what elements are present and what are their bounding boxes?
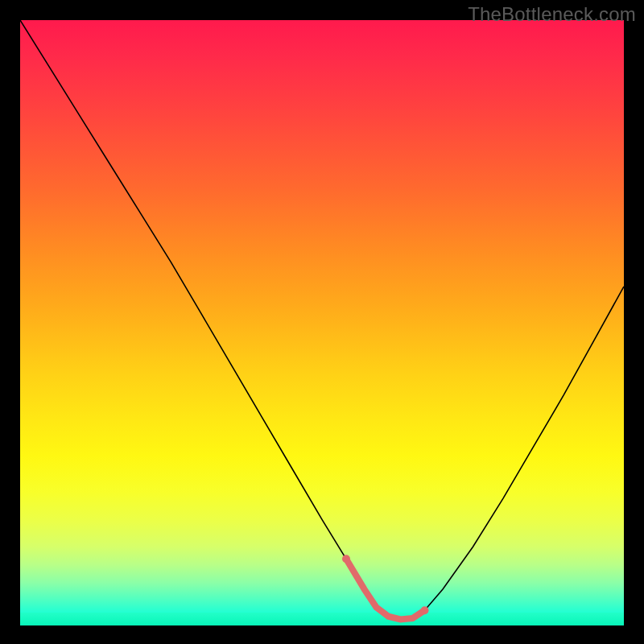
watermark-text: TheBottleneck.com — [468, 3, 636, 26]
optimal-range-start-dot — [342, 555, 350, 563]
chart-frame: TheBottleneck.com — [0, 0, 644, 644]
bottleneck-curve-svg — [20, 20, 624, 625]
optimal-range-marker — [346, 559, 425, 619]
plot-area — [20, 20, 624, 625]
optimal-range-end-dot — [421, 606, 429, 614]
bottleneck-curve-line — [20, 20, 624, 620]
